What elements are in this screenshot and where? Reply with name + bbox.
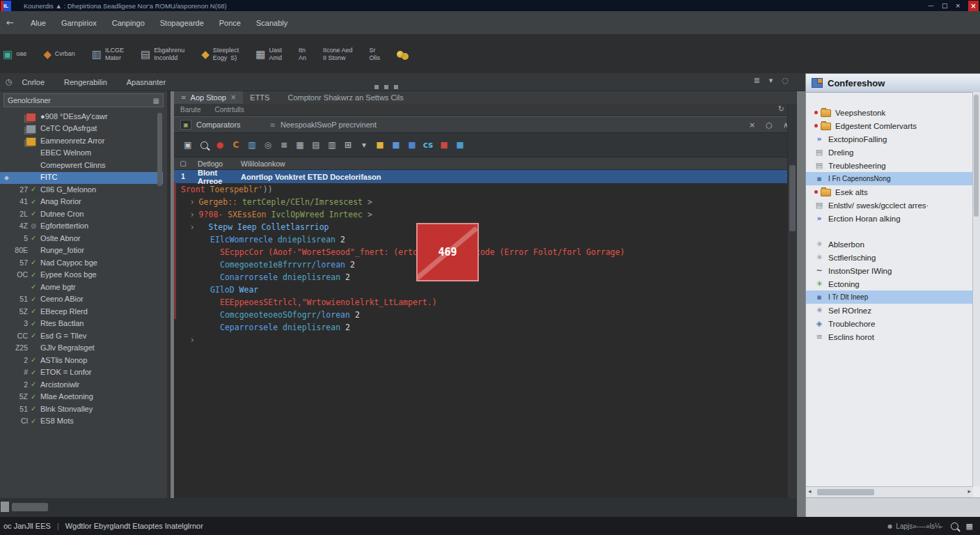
code-line-10[interactable]: EEEppeoesSEtrlcl,"Wrtowienolelrkt_LtLamp… <box>174 296 787 309</box>
code-line-5[interactable]: EIlcWomrrecle dnieplisrean 2 <box>174 233 787 246</box>
panel-tab-rengerabilin[interactable]: Rengerabilin <box>54 78 117 86</box>
search-icon[interactable] <box>951 522 958 530</box>
yellow-block-icon[interactable]: ■ <box>373 138 387 152</box>
panel-item-troublechore[interactable]: ◈Troublechore <box>806 317 973 330</box>
tree-item-oslte-abnor[interactable]: 5✓Oslte Abnor <box>0 233 163 245</box>
panel-item-ablserbon[interactable]: ✳Ablserbon <box>806 238 973 251</box>
editor-scrollbar[interactable] <box>787 104 797 498</box>
panel-item-dreling[interactable]: ▤Dreling <box>806 146 973 159</box>
menu-item-ponce[interactable]: Ponce <box>212 19 248 27</box>
blue-block-icon[interactable]: ■ <box>389 138 403 152</box>
tree-item-es8-mots[interactable]: Cl✓ES8 Mots <box>0 416 163 428</box>
search-icon[interactable]: ◌ <box>782 76 789 85</box>
tree-item-rtes-bactlan[interactable]: 3✓Rtes Bactlan <box>0 318 163 331</box>
c-language-icon[interactable]: C <box>229 138 243 152</box>
panel-item-erction-horan-alking[interactable]: »Erction Horan alking <box>806 212 973 225</box>
tree-item-ebecep-rlerd[interactable]: 5Z✓EBecep Rlerd <box>0 306 163 318</box>
tree-item-blnk-stonvalley[interactable]: 51✓Blnk Stonvalley <box>0 403 163 416</box>
rows-icon[interactable]: ▤ <box>309 138 323 152</box>
scroll-left-icon[interactable]: ◂ <box>808 488 812 495</box>
browser-header-dropdown[interactable]: Genolcrlisner ▦ <box>3 93 164 107</box>
chevron-icon[interactable]: › <box>191 222 194 232</box>
checkbox-icon[interactable]: ▢ <box>174 160 192 167</box>
tree-item-gjlv-begralsget[interactable]: Z25GJlv Begralsget <box>0 343 163 355</box>
menu-item-garnpiriox[interactable]: Garnpiriox <box>54 19 104 27</box>
column-header-1[interactable]: Detlogo <box>198 160 238 168</box>
left-panel-scrollbar[interactable] <box>157 113 162 186</box>
code-view[interactable]: Sront Toerspeblr'))›Gergeb:: tertCeple/C… <box>174 181 787 498</box>
panel-item-ectoning[interactable]: ✳Ectoning <box>806 277 973 290</box>
tree-item-908-dessay-cawr[interactable]: ●908 °DEssAy'cawr <box>0 111 163 123</box>
tree-item-anag-rorior[interactable]: 41✓Anag Rorior <box>0 196 163 209</box>
panel-item-veepshestonk[interactable]: Veepshestonk <box>806 106 973 119</box>
menu-item-stopagearde[interactable]: Stopagearde <box>152 19 212 27</box>
menu-item-canpingo[interactable]: Canpingo <box>104 19 152 27</box>
code-line-13[interactable]: › <box>174 334 787 346</box>
panel-item-esek-alts[interactable]: Esek alts <box>806 185 973 199</box>
lines-icon[interactable]: ≡ <box>277 138 291 152</box>
tree-item-astlis-nonop[interactable]: 2✓ASTlis Nonop <box>0 355 163 367</box>
panel-tab-cnrloe[interactable]: Cnrloe <box>13 78 54 86</box>
menu-item-alue[interactable]: Alue <box>23 19 54 27</box>
code-line-4[interactable]: › Stepw Ieep Colletlasrriop <box>174 221 787 233</box>
code-line-11[interactable]: ComcgoeoteoeoSOfogrr/lorean 2 <box>174 309 787 321</box>
code-line-12[interactable]: Ceparrorsele dnieplisrean 2 <box>174 321 787 334</box>
toolbar-item-cvrban[interactable]: ◆Cvrban <box>43 48 75 61</box>
tree-item-eamneonretz-arror[interactable]: Eamneonretz Arror <box>0 135 163 148</box>
search-icon[interactable] <box>197 138 211 152</box>
code-line-1[interactable]: Sront Toerspeblr')) <box>174 183 787 196</box>
chevron-icon[interactable]: › <box>191 210 194 219</box>
code-line-7[interactable]: Comegoeote1e8frrvrr/lorean 2 <box>174 258 787 271</box>
panel-item-enlstlv-swesk-gcclect-arres[interactable]: ▤Enlstlv/ swesk/gcclect arres· <box>806 199 973 212</box>
apps-grid-icon[interactable]: ▦ <box>966 522 973 531</box>
dropdown-icon[interactable]: ▾ <box>357 138 371 152</box>
frame-icon[interactable]: ▣ <box>181 138 195 152</box>
panel-item-instonstper-iwing[interactable]: ~InstonStper IWing <box>806 264 973 277</box>
teal-block-icon[interactable]: ■ <box>453 138 467 152</box>
record-icon[interactable]: ● <box>213 138 227 152</box>
right-panel-vscrollbar[interactable] <box>972 92 980 486</box>
breadcrumb-contrtulls[interactable]: Contrtulls <box>214 106 244 114</box>
grid-icon[interactable]: ▦ <box>153 97 159 104</box>
image-icon[interactable]: ▥ <box>245 138 259 152</box>
panel-splitter[interactable] <box>797 72 805 517</box>
tree-item-mlae-aoetoning[interactable]: 5Z✓Mlae Aoetoning <box>0 391 163 404</box>
panel-item-esclins-horot[interactable]: ≡Esclins horot <box>806 330 973 343</box>
play-icon[interactable]: ■ <box>405 138 419 152</box>
hscrollbar-thumb[interactable] <box>12 503 48 511</box>
panel-item-i-tr-dlt-ineep[interactable]: ▪I Tr Dlt Ineep <box>806 290 973 304</box>
toolbar-item-ilcge[interactable]: ▥ILCGEMater <box>92 47 124 62</box>
tree-item-eypee-koos-bge[interactable]: OC✓Eypee Koos bge <box>0 270 163 282</box>
tree-item-dutnee-cron[interactable]: 2L✓Dutnee Cron <box>0 208 163 221</box>
toolbar-item-ebgahrenu[interactable]: ▤EbgahrenuInconldd <box>141 47 184 62</box>
close-badge-icon[interactable]: × <box>968 1 979 11</box>
tree-item-arcistoniwlr[interactable]: 2✓Arcistoniwlr <box>0 379 163 391</box>
code-line-6[interactable]: SEcppcCor (Aoof·"WoretSeood"_fnert: (ert… <box>174 246 787 258</box>
right-panel-hscrollbar[interactable]: ◂ ▸ <box>806 486 973 497</box>
close-icon[interactable]: × <box>749 121 755 130</box>
window-icon[interactable]: ⊞ <box>341 138 355 152</box>
tree-item-egfortettertion[interactable]: 4Z⊘Egfortettertion <box>0 221 163 233</box>
code-line-9[interactable]: GIloD Wear <box>174 284 787 296</box>
toolbar-item-iicone-aed[interactable]: IIcone AedII Stonw <box>323 47 353 62</box>
panel-item-edgestent-comlervarts[interactable]: Edgestent Comlervarts <box>806 119 973 132</box>
toolbar-item-sr[interactable]: SrOlis <box>370 47 381 62</box>
code-line-2[interactable]: ›Gergeb:: tertCeple/CEln/Imrsescest > <box>174 196 787 208</box>
toolbar-item-coins-icon[interactable] <box>397 51 411 58</box>
tree-item-aome-bgtr[interactable]: ✓Aome bgtr <box>0 281 163 294</box>
tree-item-runge-fotior[interactable]: 80ERunge_fotior <box>0 245 163 258</box>
circle-icon[interactable]: ○ <box>766 121 773 130</box>
panel-item-i-fn-capenonsnong[interactable]: ▪I Fn CapenonsNong <box>806 172 973 185</box>
list-icon[interactable]: ≣ <box>754 76 760 85</box>
scrollbar-thumb[interactable] <box>789 165 796 231</box>
tree-item-cetc-opasfrgat[interactable]: CeTC OpAsfrgat <box>0 123 163 136</box>
menu-item-scanably[interactable]: Scanably <box>248 19 295 27</box>
chevron-down-icon[interactable]: ▾ <box>769 76 773 85</box>
toolbar-item-steeplect[interactable]: ◆SteeplectEogy S) <box>201 47 239 62</box>
panel-item-sctfierlsching[interactable]: ✳Sctfierlsching <box>806 251 973 264</box>
back-arrow-icon[interactable]: ← <box>6 17 14 28</box>
tree-item-comepwrert-clinns[interactable]: Comepwrert Clinns <box>0 160 163 172</box>
columns-icon[interactable]: ▥ <box>325 138 339 152</box>
chevron-icon[interactable]: › <box>191 335 194 345</box>
tree-item-cii6-g-melonon[interactable]: 27✓CII6 G_Melonon <box>0 184 163 196</box>
